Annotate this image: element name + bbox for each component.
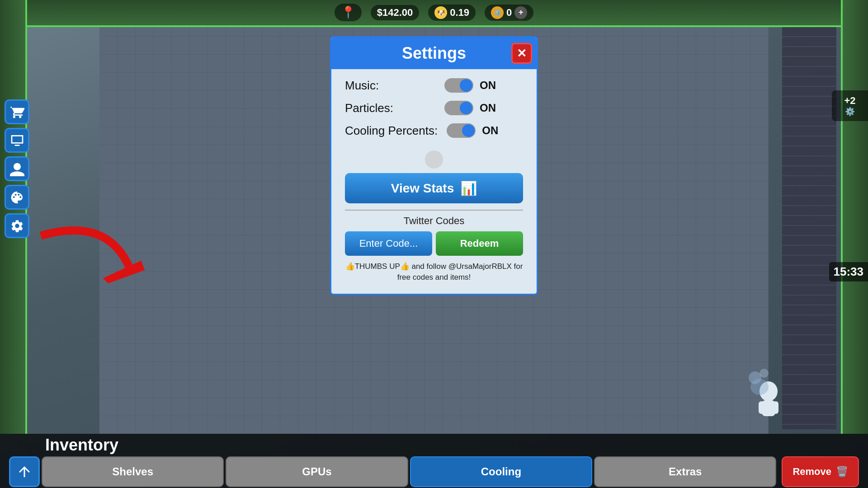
particle-effect xyxy=(746,360,773,398)
tab-cooling[interactable]: Cooling xyxy=(410,456,592,487)
currency-value: $142.00 xyxy=(377,7,413,19)
sidebar-icon-cart[interactable] xyxy=(5,99,29,124)
cooling-percents-toggle-container: ON xyxy=(447,123,498,138)
up-arrow-icon xyxy=(16,464,33,480)
settings-header: Settings ✕ xyxy=(331,38,537,69)
svg-rect-3 xyxy=(759,401,764,414)
particles-status: ON xyxy=(480,102,496,114)
inventory-tabs: Shelves GPUs Cooling Extras Remove 🗑️ xyxy=(0,456,868,488)
redeem-button[interactable]: Redeem xyxy=(436,231,523,256)
settings-dialog: Settings ✕ Music: ON Particles: ON xyxy=(330,36,538,295)
view-stats-label: View Stats xyxy=(391,181,454,196)
code-row: Enter Code... Redeem xyxy=(345,231,523,256)
tab-extras[interactable]: Extras xyxy=(594,456,776,487)
palette-icon xyxy=(10,190,24,205)
sidebar-icon-settings[interactable] xyxy=(5,213,29,238)
twitter-codes-label: Twitter Codes xyxy=(345,215,523,227)
particles-toggle[interactable] xyxy=(444,101,473,115)
cooling-percents-status: ON xyxy=(482,124,498,137)
remove-label: Remove xyxy=(793,466,831,478)
stats-bar-icon: 📊 xyxy=(460,180,477,196)
particles-setting-row: Particles: ON xyxy=(345,101,523,115)
sidebar-left xyxy=(5,99,29,238)
bonus-coin-icon: ⚙️ xyxy=(835,107,865,117)
add-gems-button[interactable]: + xyxy=(514,6,527,19)
settings-icon xyxy=(10,219,24,233)
settings-close-button[interactable]: ✕ xyxy=(511,43,532,64)
sidebar-icon-palette[interactable] xyxy=(5,185,29,210)
bonus-label: +2 xyxy=(835,95,865,107)
inventory-title: Inventory xyxy=(0,434,868,456)
music-toggle-container: ON xyxy=(444,78,496,93)
cooling-percents-toggle-knob xyxy=(462,124,475,137)
remove-button[interactable]: Remove 🗑️ xyxy=(782,456,859,487)
tab-gpus[interactable]: GPUs xyxy=(226,456,408,487)
cart-icon xyxy=(10,105,24,119)
tab-shelves[interactable]: Shelves xyxy=(42,456,224,487)
settings-divider xyxy=(345,210,523,211)
sidebar-icon-person[interactable] xyxy=(5,156,29,181)
music-status: ON xyxy=(480,79,496,92)
gem-icon: ⚙️ xyxy=(491,6,504,19)
location-item: 📍 xyxy=(335,4,362,21)
cooling-percents-toggle[interactable] xyxy=(447,123,476,138)
scroll-indicator xyxy=(425,150,443,169)
currency-item: $142.00 xyxy=(371,5,420,20)
particles-toggle-knob xyxy=(460,102,472,114)
settings-scroll-area xyxy=(345,146,523,173)
music-toggle[interactable] xyxy=(444,78,473,93)
coin-item: 🐶 0.19 xyxy=(428,5,476,21)
cooling-percents-label: Cooling Percents: xyxy=(345,124,438,138)
view-stats-button[interactable]: View Stats 📊 xyxy=(345,173,523,203)
music-label: Music: xyxy=(345,79,435,93)
music-toggle-knob xyxy=(460,79,472,92)
particles-toggle-container: ON xyxy=(444,101,496,115)
location-icon: 📍 xyxy=(341,5,355,19)
coin-icon: 🐶 xyxy=(434,6,447,19)
wall-right xyxy=(841,0,868,434)
particles-label: Particles: xyxy=(345,101,435,115)
trash-icon: 🗑️ xyxy=(836,466,848,478)
settings-title: Settings xyxy=(402,44,466,63)
enter-code-button[interactable]: Enter Code... xyxy=(345,231,432,256)
inventory-up-button[interactable] xyxy=(9,456,40,487)
sidebar-icon-monitor[interactable] xyxy=(5,128,29,153)
gpu-shelf-decoration xyxy=(782,27,836,429)
hud-bar: 📍 $142.00 🐶 0.19 ⚙️ 0 + xyxy=(0,0,868,25)
coin-value: 0.19 xyxy=(450,7,469,19)
svg-point-6 xyxy=(749,371,761,384)
svg-point-7 xyxy=(760,369,769,378)
person-icon xyxy=(10,162,24,176)
cooling-percents-setting-row: Cooling Percents: ON xyxy=(345,123,523,138)
gem-item: ⚙️ 0 + xyxy=(485,5,533,21)
music-setting-row: Music: ON xyxy=(345,78,523,93)
game-timer: 15:33 xyxy=(829,262,868,282)
promo-text: 👍THUMBS UP👍 and follow @UrsaMajorRBLX fo… xyxy=(345,261,523,287)
settings-body: Music: ON Particles: ON Cooling Percents… xyxy=(331,69,537,294)
gem-value: 0 xyxy=(506,7,512,19)
inventory-section: Inventory Shelves GPUs Cooling Extras Re… xyxy=(0,434,868,488)
monitor-icon xyxy=(10,133,24,148)
svg-rect-4 xyxy=(773,401,778,414)
bonus-area: +2 ⚙️ xyxy=(832,90,868,121)
